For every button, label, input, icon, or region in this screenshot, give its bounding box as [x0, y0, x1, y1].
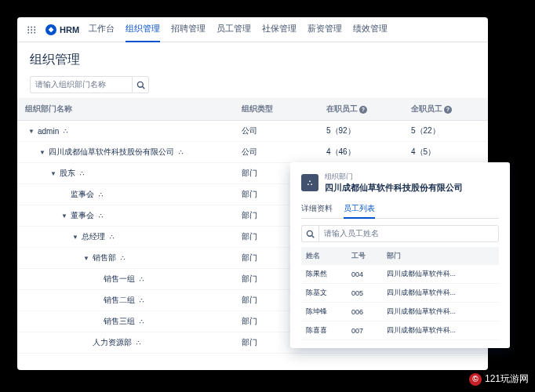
org-name: 董事会: [71, 210, 94, 221]
nav-item-1[interactable]: 组织管理: [126, 17, 160, 42]
emp-code: 007: [347, 321, 382, 340]
table-row[interactable]: ▼四川成都仙草软件科技股份有限公司 ⛬公司4（46）4（5）: [17, 142, 488, 163]
svg-line-1: [142, 86, 144, 89]
help-icon[interactable]: ?: [359, 106, 367, 114]
org-name: 人力资源部: [93, 337, 132, 348]
page-title: 组织管理: [30, 52, 475, 68]
chevron-down-icon[interactable]: ▼: [83, 255, 89, 262]
org-onduty: 4（46）: [318, 142, 403, 163]
col-fulltime: 全职员工?: [403, 98, 488, 121]
watermark-logo-icon: ©: [469, 373, 482, 386]
col-name: 组织部门名称: [17, 98, 234, 121]
chevron-down-icon[interactable]: ▼: [72, 234, 78, 241]
col-onduty: 在职员工?: [318, 98, 403, 121]
emp-name: 陈基文: [301, 284, 347, 303]
org-name: 总经理: [82, 231, 105, 242]
org-name: 四川成都仙草软件科技股份有限公司: [49, 147, 174, 158]
emp-code: 004: [347, 265, 382, 284]
detail-title: 四川成都仙草软件科技股份有限公司: [325, 182, 463, 194]
col-emp-dept: 部门: [382, 247, 499, 265]
col-emp-name: 姓名: [301, 247, 347, 265]
org-icon: ⛬: [97, 191, 104, 198]
org-name: 销售一组: [104, 274, 135, 285]
emp-name: 陈坤锋: [301, 303, 347, 321]
top-nav: ⁝⁝⁝ ◆ HRM 工作台组织管理招聘管理员工管理社保管理薪资管理绩效管理: [17, 17, 488, 42]
emp-dept: 四川成都仙草软件科...: [382, 303, 499, 321]
emp-dept: 四川成都仙草软件科...: [382, 265, 499, 284]
org-icon: ⛬: [138, 275, 145, 283]
org-icon: ⛬: [62, 127, 69, 135]
org-avatar-icon: ⛬: [301, 174, 318, 191]
org-search-input[interactable]: 请输入组织部门名称: [30, 76, 132, 93]
table-row[interactable]: 陈基文005四川成都仙草软件科...: [301, 284, 499, 303]
org-icon: ⛬: [78, 169, 86, 177]
org-icon: ⛬: [135, 339, 142, 347]
watermark: © 121玩游网: [469, 372, 529, 386]
org-type: 公司: [234, 121, 318, 142]
svg-line-3: [312, 235, 315, 238]
org-icon: ⛬: [119, 254, 126, 262]
org-type: 公司: [234, 142, 318, 163]
emp-name: 陈喜喜: [301, 321, 347, 340]
brand-name: HRM: [60, 25, 79, 34]
emp-code: 006: [347, 303, 382, 321]
org-name: 销售三组: [104, 316, 135, 327]
table-row[interactable]: ▼admin ⛬公司5（92）5（22）: [17, 121, 488, 142]
org-name: admin: [38, 127, 59, 136]
brand[interactable]: ◆ HRM: [45, 24, 79, 35]
chevron-down-icon[interactable]: ▼: [39, 149, 45, 156]
table-row[interactable]: 陈喜喜007四川成都仙草软件科...: [301, 321, 499, 340]
org-onduty: 5（92）: [318, 121, 403, 142]
chevron-down-icon[interactable]: ▼: [61, 212, 67, 220]
org-name: 股东: [60, 168, 75, 179]
emp-dept: 四川成都仙草软件科...: [382, 321, 499, 340]
watermark-text: 121玩游网: [485, 372, 529, 386]
nav-item-4[interactable]: 社保管理: [262, 17, 297, 42]
nav-item-3[interactable]: 员工管理: [217, 17, 251, 42]
org-fulltime: 4（5）: [403, 142, 488, 163]
detail-panel: ⛬ 组织部门 四川成都仙草软件科技股份有限公司 详细资料员工列表 请输入员工姓名…: [290, 162, 510, 348]
table-row[interactable]: 陈果然004四川成都仙草软件科...: [301, 265, 499, 284]
org-search-button[interactable]: [132, 76, 149, 93]
chevron-down-icon[interactable]: ▼: [28, 128, 35, 135]
search-icon: [136, 81, 145, 89]
detail-breadcrumb: 组织部门: [325, 172, 463, 182]
employee-search-input[interactable]: 请输入员工姓名: [318, 225, 499, 242]
org-icon: ⛬: [138, 318, 145, 325]
nav-item-0[interactable]: 工作台: [89, 17, 115, 42]
org-name: 销售二组: [104, 295, 135, 306]
col-type: 组织类型: [234, 98, 318, 121]
chevron-down-icon[interactable]: ▼: [50, 170, 56, 177]
search-icon: [306, 230, 315, 238]
org-name: 监事会: [71, 189, 94, 200]
org-icon: ⛬: [97, 212, 104, 220]
org-icon: ⛬: [138, 296, 145, 304]
col-emp-code: 工号: [347, 247, 382, 265]
help-icon[interactable]: ?: [444, 106, 452, 114]
svg-point-2: [307, 230, 312, 236]
nav-item-2[interactable]: 招聘管理: [171, 17, 206, 42]
org-name: 销售部: [93, 252, 116, 263]
tab-1[interactable]: 员工列表: [344, 200, 375, 219]
employee-table: 姓名 工号 部门 陈果然004四川成都仙草软件科...陈基文005四川成都仙草软…: [301, 247, 499, 340]
emp-code: 005: [347, 284, 382, 303]
tab-0[interactable]: 详细资料: [301, 200, 333, 218]
org-icon: ⛬: [177, 148, 184, 156]
org-fulltime: 5（22）: [403, 121, 488, 142]
emp-name: 陈果然: [301, 265, 347, 284]
page-header: 组织管理 请输入组织部门名称: [17, 42, 488, 98]
nav-item-6[interactable]: 绩效管理: [353, 17, 388, 42]
nav-item-5[interactable]: 薪资管理: [308, 17, 342, 42]
employee-search-button[interactable]: [301, 225, 318, 242]
brand-logo-icon: ◆: [45, 24, 56, 35]
org-icon: ⛬: [108, 233, 115, 241]
emp-dept: 四川成都仙草软件科...: [382, 284, 499, 303]
table-row[interactable]: 陈坤锋006四川成都仙草软件科...: [301, 303, 499, 321]
app-switcher-icon[interactable]: ⁝⁝⁝: [27, 24, 36, 35]
svg-point-0: [137, 82, 143, 87]
